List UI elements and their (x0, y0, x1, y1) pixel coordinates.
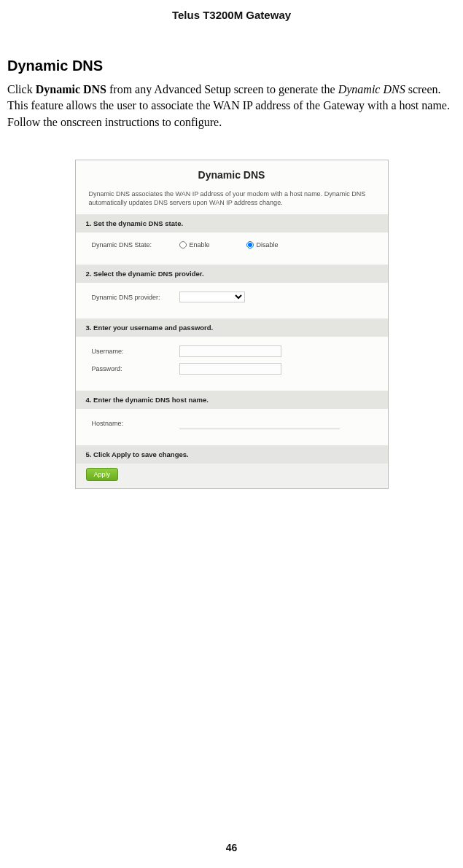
dns-state-label: Dynamic DNS State: (92, 241, 179, 249)
step3-body: Username: Password: (76, 337, 388, 391)
enable-radio-wrap[interactable]: Enable (179, 241, 210, 249)
provider-row: Dynamic DNS provider: (92, 292, 388, 302)
enable-radio[interactable] (179, 241, 187, 249)
hostname-input[interactable] (179, 418, 340, 429)
apply-button[interactable]: Apply (86, 468, 119, 481)
enable-label: Enable (190, 241, 210, 249)
password-label: Password: (92, 365, 179, 372)
hostname-row: Hostname: (92, 418, 388, 429)
screenshot-container: Dynamic DNS Dynamic DNS associates the W… (7, 160, 456, 489)
page-number: 46 (0, 842, 463, 853)
provider-label: Dynamic DNS provider: (92, 294, 179, 301)
disable-radio[interactable] (246, 241, 254, 249)
dynamic-dns-italic: Dynamic DNS (338, 83, 405, 95)
document-content: Dynamic DNS Click Dynamic DNS from any A… (0, 43, 463, 489)
step1-body: Dynamic DNS State: Enable Disable (76, 232, 388, 265)
text-segment: from any Advanced Setup screen to genera… (106, 83, 338, 95)
panel-title: Dynamic DNS (76, 160, 388, 187)
step4-header: 4. Enter the dynamic DNS host name. (76, 391, 388, 409)
step2-header: 2. Select the dynamic DNS provider. (76, 265, 388, 283)
step2-body: Dynamic DNS provider: (76, 283, 388, 318)
dynamic-dns-bold: Dynamic DNS (36, 83, 106, 95)
panel-description: Dynamic DNS associates the WAN IP addres… (76, 187, 388, 214)
disable-radio-wrap[interactable]: Disable (246, 241, 279, 249)
document-header: Telus T3200M Gateway (0, 0, 463, 43)
username-input[interactable] (179, 345, 281, 357)
hostname-label: Hostname: (92, 420, 179, 427)
dns-state-row: Dynamic DNS State: Enable Disable (92, 241, 388, 249)
password-row: Password: (92, 363, 388, 375)
password-input[interactable] (179, 363, 281, 375)
username-label: Username: (92, 348, 179, 355)
step3-header: 3. Enter your username and password. (76, 318, 388, 337)
step5-header: 5. Click Apply to save changes. (76, 445, 388, 464)
provider-select[interactable] (179, 292, 245, 302)
disable-label: Disable (257, 241, 279, 249)
text-segment: Click (7, 83, 36, 95)
username-row: Username: (92, 345, 388, 357)
section-title: Dynamic DNS (7, 58, 456, 74)
step1-header: 1. Set the dynamic DNS state. (76, 214, 388, 232)
step4-body: Hostname: (76, 409, 388, 445)
intro-paragraph: Click Dynamic DNS from any Advanced Setu… (7, 82, 456, 130)
router-config-panel: Dynamic DNS Dynamic DNS associates the W… (75, 160, 389, 489)
